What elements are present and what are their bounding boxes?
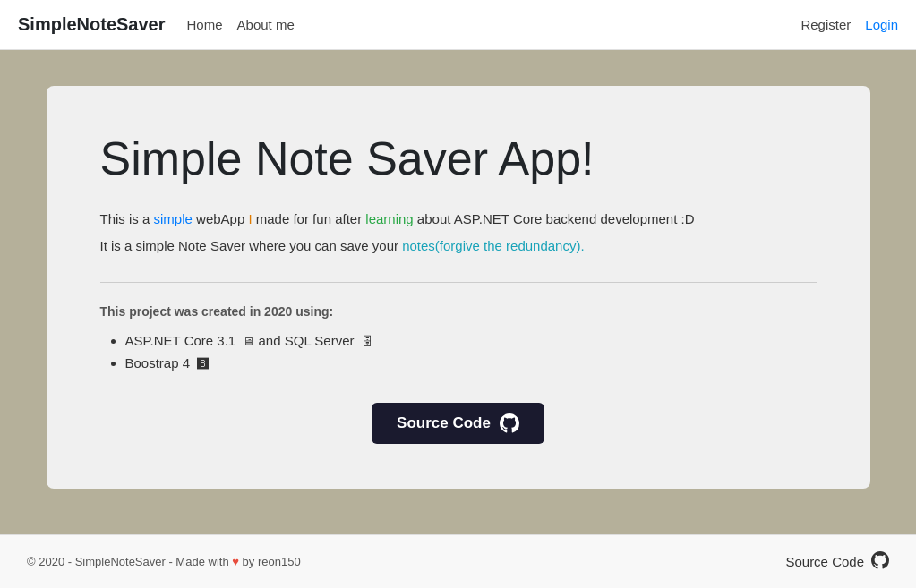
footer-source-code[interactable]: Source Code — [785, 551, 889, 572]
footer-author: by reon150 — [243, 555, 301, 568]
desc-link-notes[interactable]: notes(forgive the redundancy). — [402, 238, 584, 253]
nav-link-about[interactable]: About me — [237, 17, 295, 32]
bootstrap-icon: 🅱 — [197, 357, 209, 371]
desc-text-1: This is a — [100, 211, 154, 226]
btn-wrapper: Source Code — [100, 403, 817, 444]
navbar-brand[interactable]: SimpleNoteSaver — [18, 14, 166, 35]
desc-text-5: It is a simple Note Saver where you can … — [100, 238, 403, 253]
desc-line-2: It is a simple Note Saver where you can … — [100, 234, 817, 258]
page-title: Simple Note Saver App! — [100, 131, 817, 186]
desc-link-simple[interactable]: simple — [154, 211, 193, 226]
sql-icon: 🗄 — [362, 335, 373, 348]
footer: © 2020 - SimpleNoteSaver - Made with ♥ b… — [0, 534, 916, 588]
card-description: This is a simple webApp I made for fun a… — [100, 208, 817, 257]
navbar-links: Home About me — [187, 17, 295, 32]
navbar: SimpleNoteSaver Home About me Register L… — [0, 0, 916, 50]
footer-heart-icon: ♥ — [232, 555, 239, 568]
desc-line-1: This is a simple webApp I made for fun a… — [100, 208, 817, 231]
tech-item-aspnet: ASP.NET Core 3.1 🖥 and SQL Server 🗄 — [125, 333, 817, 348]
desc-text-4: about ASP.NET Core backend development :… — [414, 211, 695, 226]
project-info: This project was created in 2020 using: — [100, 304, 817, 319]
nav-link-register[interactable]: Register — [800, 17, 851, 32]
footer-source-label: Source Code — [785, 554, 864, 569]
tech-list: ASP.NET Core 3.1 🖥 and SQL Server 🗄 Boos… — [100, 333, 817, 371]
main-wrapper: Simple Note Saver App! This is a simple … — [0, 50, 916, 534]
footer-copyright: © 2020 - SimpleNoteSaver - Made with — [27, 555, 232, 568]
tech-aspnet-text: ASP.NET Core 3.1 — [125, 333, 240, 348]
content-card: Simple Note Saver App! This is a simple … — [47, 86, 870, 489]
source-code-label: Source Code — [397, 414, 491, 432]
navbar-right: Register Login — [800, 17, 898, 32]
desc-link-learning[interactable]: learning — [365, 211, 413, 226]
tech-item-bootstrap: Boostrap 4 🅱 — [125, 355, 817, 371]
desc-text-2: webApp — [193, 211, 249, 226]
footer-github-icon — [871, 551, 889, 572]
navbar-left: SimpleNoteSaver Home About me — [18, 14, 295, 35]
divider — [100, 282, 817, 283]
nav-link-home[interactable]: Home — [187, 17, 223, 32]
github-icon — [500, 413, 519, 433]
footer-left: © 2020 - SimpleNoteSaver - Made with ♥ b… — [27, 555, 301, 568]
nav-link-login[interactable]: Login — [865, 17, 898, 32]
tech-sql-text: and SQL Server — [259, 333, 358, 348]
desc-text-3: made for fun after — [253, 211, 366, 226]
tech-bootstrap-text: Boostrap 4 — [125, 355, 194, 371]
source-code-button[interactable]: Source Code — [372, 403, 544, 444]
database-icon: 🖥 — [243, 335, 254, 348]
